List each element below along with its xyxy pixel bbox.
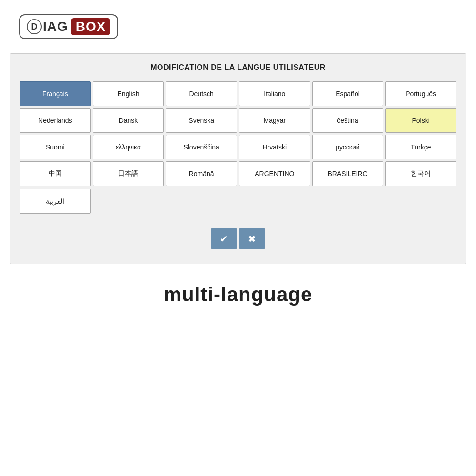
language-dialog: MODIFICATION DE LA LANGUE UTILISATEUR Fr…	[10, 53, 466, 264]
lang-btn-pt[interactable]: Português	[385, 81, 456, 106]
lang-btn-ja[interactable]: 日本語	[93, 161, 164, 186]
lang-btn-fr[interactable]: Français	[20, 81, 91, 106]
page-container: D IAG BOX MODIFICATION DE LA LANGUE UTIL…	[0, 0, 476, 476]
diagbox-logo: D IAG BOX	[19, 14, 118, 39]
logo-area: D IAG BOX	[0, 0, 476, 49]
logo-d-icon: D	[27, 19, 42, 34]
lang-btn-pl[interactable]: Polski	[385, 108, 456, 133]
cancel-button[interactable]: ✖	[239, 228, 265, 249]
lang-btn-nl[interactable]: Nederlands	[20, 108, 91, 133]
lang-btn-cs[interactable]: čeština	[312, 108, 384, 133]
lang-btn-ko[interactable]: 한국어	[385, 161, 456, 186]
lang-btn-ro[interactable]: Română	[166, 161, 237, 186]
lang-btn-de[interactable]: Deutsch	[166, 81, 237, 106]
lang-btn-it[interactable]: Italiano	[239, 81, 310, 106]
logo-iag-text: IAG	[43, 19, 68, 34]
lang-btn-hr[interactable]: Hrvatski	[239, 135, 310, 159]
lang-btn-ar-arg[interactable]: ARGENTINO	[239, 161, 310, 186]
lang-btn-hu[interactable]: Magyar	[239, 108, 310, 133]
lang-btn-fi[interactable]: Suomi	[20, 135, 91, 159]
lang-btn-es[interactable]: Español	[312, 81, 384, 106]
footer-text: multi-language	[164, 283, 313, 306]
language-grid: Français English Deutsch Italiano Españo…	[20, 81, 456, 186]
logo-box-text: BOX	[71, 18, 111, 35]
lang-btn-ru[interactable]: русский	[312, 135, 384, 159]
lang-btn-el[interactable]: ελληνικά	[93, 135, 164, 159]
lang-btn-sv[interactable]: Svenska	[166, 108, 237, 133]
lang-btn-zh[interactable]: 中国	[20, 161, 91, 186]
lang-btn-tr[interactable]: Türkçe	[385, 135, 456, 159]
action-buttons: ✔ ✖	[20, 228, 456, 249]
lang-btn-en[interactable]: English	[93, 81, 164, 106]
lang-btn-ar[interactable]: العربية	[20, 189, 91, 214]
confirm-button[interactable]: ✔	[211, 228, 237, 249]
lang-btn-da[interactable]: Dansk	[93, 108, 164, 133]
dialog-title: MODIFICATION DE LA LANGUE UTILISATEUR	[20, 63, 456, 72]
lang-btn-pt-br[interactable]: BRASILEIRO	[312, 161, 384, 186]
last-row: العربية	[20, 189, 456, 214]
lang-btn-sl[interactable]: Slovenščina	[166, 135, 237, 159]
